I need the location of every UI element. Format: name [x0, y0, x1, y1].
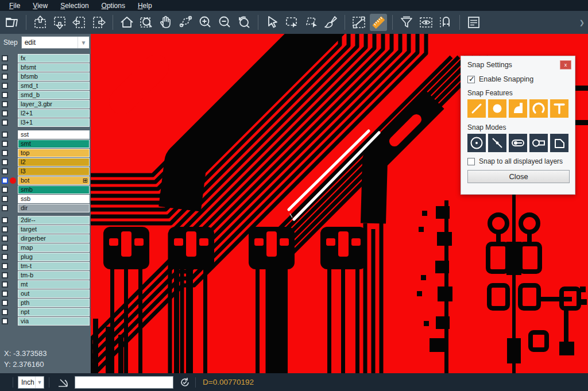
- layer-visibility-checkbox[interactable]: [2, 141, 8, 147]
- layer-row-l2[interactable]: l2: [0, 158, 91, 167]
- layer-visibility-checkbox[interactable]: [2, 226, 8, 233]
- measure-line-button[interactable]: [350, 14, 368, 31]
- layer-row-npt[interactable]: npt: [0, 308, 91, 316]
- select-rectangle-button[interactable]: [283, 14, 300, 31]
- layer-visibility-checkbox[interactable]: [2, 291, 8, 297]
- snap-slot-button[interactable]: [529, 134, 548, 152]
- layer-visibility-checkbox[interactable]: [2, 254, 8, 260]
- snap-center-button[interactable]: [467, 134, 486, 152]
- layer-visibility-checkbox[interactable]: [2, 83, 8, 89]
- dialog-titlebar[interactable]: Snap Settings x: [461, 56, 575, 72]
- zoom-previous-button[interactable]: [235, 14, 253, 31]
- layer-row-bot[interactable]: bot⊞: [0, 176, 91, 185]
- layer-row-ssb[interactable]: ssb: [0, 195, 91, 203]
- pan-up-button[interactable]: [32, 14, 49, 31]
- snap-all-layers-checkbox[interactable]: [467, 158, 475, 165]
- snap-polygon-button[interactable]: [550, 134, 568, 152]
- layer-visibility-checkbox[interactable]: [2, 196, 8, 202]
- layer-row-plug[interactable]: plug: [0, 253, 91, 261]
- layer-row-bfsmt[interactable]: bfsmt: [0, 63, 91, 72]
- layer-visibility-checkbox[interactable]: [2, 272, 8, 278]
- snap-text-button[interactable]: [550, 99, 568, 118]
- layer-visibility-checkbox[interactable]: [2, 64, 8, 71]
- snap-pad-button[interactable]: [488, 99, 506, 118]
- layer-row-mt[interactable]: mt: [0, 280, 91, 289]
- layer-row-target[interactable]: target: [0, 225, 91, 234]
- zoom-out-button[interactable]: [216, 14, 233, 31]
- zoom-object-button[interactable]: [177, 14, 194, 31]
- layer-row-dirgerber[interactable]: dirgerber: [0, 234, 91, 243]
- pan-down-button[interactable]: [51, 14, 68, 31]
- open-folder-button[interactable]: [3, 14, 21, 31]
- layer-row-tm-t[interactable]: tm-t: [0, 262, 91, 270]
- layer-visibility-checkbox[interactable]: [2, 73, 8, 80]
- layer-row-l3[interactable]: l3: [0, 167, 91, 176]
- report-button[interactable]: [465, 14, 482, 31]
- unit-select[interactable]: Inch ▼: [18, 376, 44, 389]
- zoom-window-button[interactable]: [138, 14, 155, 31]
- sync-check-icon[interactable]: [179, 377, 191, 388]
- layer-visibility-checkbox[interactable]: [2, 300, 8, 306]
- grid-icon[interactable]: ⊞: [83, 176, 89, 185]
- enable-snapping-checkbox[interactable]: [467, 76, 475, 83]
- measure-value-input[interactable]: [75, 376, 173, 389]
- layer-visibility-checkbox[interactable]: [2, 101, 8, 107]
- pcb-canvas[interactable]: Snap Settings x Enable Snapping Snap Fea…: [91, 34, 588, 373]
- pan-left-button[interactable]: [71, 14, 88, 31]
- snap-corner-button[interactable]: [509, 99, 527, 118]
- zoom-in-button[interactable]: [196, 14, 214, 31]
- layer-visibility-checkbox[interactable]: [2, 309, 8, 315]
- layer-visibility-checkbox[interactable]: [2, 131, 8, 138]
- layer-row-top[interactable]: top: [0, 149, 91, 157]
- ruler-button[interactable]: [370, 14, 387, 31]
- layer-row-pth[interactable]: pth: [0, 299, 91, 307]
- menu-help[interactable]: Help: [132, 1, 158, 10]
- chevron-down-icon[interactable]: ▼: [35, 377, 44, 388]
- menu-options[interactable]: Options: [96, 1, 131, 10]
- snap-slot-filled-button[interactable]: [509, 134, 527, 152]
- layer-row-l2+1[interactable]: l2+1: [0, 109, 91, 118]
- layer-row-smt[interactable]: smt: [0, 140, 91, 148]
- layer-visibility-checkbox[interactable]: [2, 159, 8, 165]
- layer-visibility-checkbox[interactable]: [2, 55, 8, 61]
- layer-row-bfsmb[interactable]: bfsmb: [0, 72, 91, 81]
- dialog-close-button[interactable]: Close: [467, 170, 570, 183]
- layer-row-sst[interactable]: sst: [0, 130, 91, 139]
- layer-visibility-checkbox[interactable]: [2, 150, 8, 156]
- clean-brush-button[interactable]: [322, 14, 339, 31]
- layer-visibility-checkbox[interactable]: [2, 187, 8, 193]
- select-polygon-button[interactable]: [303, 14, 320, 31]
- layer-row-dir[interactable]: dir: [0, 204, 91, 212]
- filter-button[interactable]: [398, 14, 415, 31]
- layer-row-map[interactable]: map: [0, 243, 91, 252]
- layer-row-smd_t[interactable]: smd_t: [0, 82, 91, 90]
- layer-visibility-checkbox[interactable]: [2, 177, 8, 184]
- layer-row-via[interactable]: via: [0, 317, 91, 326]
- pan-hand-button[interactable]: [157, 14, 175, 31]
- layer-visibility-checkbox[interactable]: [2, 263, 8, 269]
- view-box-button[interactable]: [417, 14, 435, 31]
- layer-visibility-checkbox[interactable]: [2, 205, 8, 211]
- layer-visibility-checkbox[interactable]: [2, 110, 8, 117]
- toolbar-overflow-chevron[interactable]: ❯: [579, 19, 585, 26]
- layer-visibility-checkbox[interactable]: [2, 245, 8, 251]
- pan-right-button[interactable]: [90, 14, 107, 31]
- layer-visibility-checkbox[interactable]: [2, 281, 8, 288]
- snap-magnet-button[interactable]: [437, 14, 454, 31]
- layer-visibility-checkbox[interactable]: [2, 217, 8, 223]
- menu-file[interactable]: File: [3, 1, 26, 10]
- snap-edge-button[interactable]: [488, 134, 506, 152]
- layer-row-fx[interactable]: fx: [0, 54, 91, 63]
- home-view-button[interactable]: [118, 14, 136, 31]
- layer-visibility-checkbox[interactable]: [2, 168, 8, 175]
- close-icon[interactable]: x: [560, 60, 571, 69]
- menu-selection[interactable]: Selection: [55, 1, 94, 10]
- layer-visibility-checkbox[interactable]: [2, 92, 8, 98]
- chevron-down-icon[interactable]: ▼: [78, 37, 89, 48]
- layer-row-smd_b[interactable]: smd_b: [0, 91, 91, 99]
- layer-row-2dir--[interactable]: 2dir--: [0, 216, 91, 224]
- layer-row-l3+1[interactable]: l3+1: [0, 118, 91, 127]
- menu-view[interactable]: View: [27, 1, 53, 10]
- step-select[interactable]: edit ▼: [21, 36, 90, 49]
- select-cursor-button[interactable]: [264, 14, 281, 31]
